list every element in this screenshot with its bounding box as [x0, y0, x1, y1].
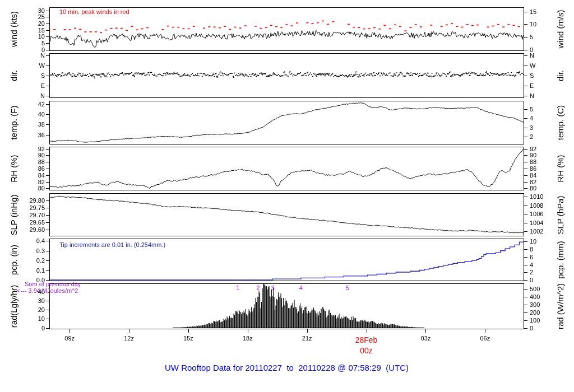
dir-ytick-left: N [22, 92, 45, 99]
peak-winds-note: 10 min. peak winds in red [59, 8, 129, 15]
pcp-ytick-right: 6 [530, 254, 533, 260]
dir-ytick-right: W [530, 62, 535, 69]
rh-ytick-right: 84 [530, 172, 536, 179]
panel-dir [49, 53, 524, 98]
wind-right-axis-label: wind (m/s) [556, 10, 565, 48]
slp-right-axis-label: SLP (hPa) [556, 195, 565, 234]
rh-ytick-right: 90 [530, 152, 536, 158]
slp-ytick-left: 29.80 [22, 197, 45, 204]
rad-ytick-right: 0 [530, 325, 533, 332]
x-tick-label: 09z [64, 335, 75, 342]
pcp-ytick-right: 8 [530, 246, 533, 253]
pcp-ytick-left: 0.2 [22, 257, 45, 264]
rad-ytick-left: 30 [22, 297, 45, 304]
temp-ytick-left: 42 [22, 101, 45, 108]
dir-ytick-left: S [22, 72, 45, 79]
temp-ytick-right: 4 [530, 115, 533, 122]
pcp-ytick-right: 0 [530, 277, 533, 283]
mj-marker: 2 [257, 284, 260, 291]
dir-ytick-right: S [530, 72, 534, 79]
dir-ytick-right: N [530, 92, 534, 99]
x-tick-label: 18z [243, 335, 253, 342]
slp-ytick-left: 29.75 [22, 204, 45, 211]
rh-ytick-right: 92 [530, 146, 536, 152]
panel-rh [49, 147, 524, 190]
rad-ytick-right: 100 [530, 317, 540, 324]
temp-ytick-right: 5 [530, 106, 533, 113]
mj-marker: 5 [346, 284, 349, 291]
wind-left-axis-label: wind (kts) [9, 11, 18, 47]
rh-ytick-left: 88 [22, 158, 45, 165]
pcp-ytick-right: 4 [530, 262, 533, 268]
pcp-ytick-left: 0.1 [22, 267, 45, 274]
rad-ytick-right: 300 [530, 301, 540, 308]
slp-ytick-right: 1002 [530, 228, 543, 235]
dir-right-axis-label: dir. [556, 70, 565, 81]
dir-ytick-right: E [530, 82, 534, 89]
tip-increments-note: Tip increments are 0.01 in. (0.254mm.) [59, 241, 165, 248]
rh-ytick-right: 88 [530, 158, 536, 165]
date-label-28feb: 28Feb 00z [355, 335, 378, 356]
rh-right-axis-label: RH (%) [556, 155, 565, 182]
pcp-ytick-right: 2 [530, 269, 533, 276]
x-tick-label: 15z [183, 335, 193, 342]
dir-ytick-left: E [22, 82, 45, 89]
temp-ytick-left: 36 [22, 132, 45, 138]
wind-ytick-left: 20 [22, 20, 45, 27]
rad-ytick-left: 20 [22, 306, 45, 313]
wind-ytick-left: 30 [22, 7, 45, 14]
x-tick-label: 06z [480, 335, 490, 342]
rh-ytick-right: 86 [530, 165, 536, 172]
rh-ytick-right: 80 [530, 185, 536, 192]
mj-marker: 3 [271, 284, 275, 291]
rad-ytick-right: 200 [530, 309, 540, 316]
rad-right-axis-label: rad (W/m^2) [556, 283, 565, 329]
x-tick-label: 12z [124, 335, 134, 342]
wind-ytick-right: 5 [530, 34, 533, 40]
mjoules-note: <--- 3.94 MJoules/m^2 [17, 287, 78, 294]
panel-temp [49, 101, 524, 144]
wind-ytick-left: 10 [22, 33, 45, 40]
x-tick-label: 21z [302, 335, 312, 342]
mj-marker: 4 [299, 284, 303, 291]
pcp-ytick-left: 0.4 [22, 237, 45, 244]
temp-ytick-right: 2 [530, 133, 533, 140]
panel-slp [49, 193, 524, 236]
rh-ytick-left: 80 [22, 185, 45, 192]
temp-ytick-left: 38 [22, 121, 45, 128]
wind-ytick-left: 25 [22, 13, 45, 20]
pcp-ytick-left: 0.3 [22, 248, 45, 254]
dir-ytick-left: W [22, 62, 45, 69]
rh-ytick-left: 90 [22, 152, 45, 158]
wind-ytick-right: 10 [530, 21, 536, 27]
slp-ytick-right: 1004 [530, 220, 543, 226]
x-tick-label: 03z [421, 335, 431, 342]
sum-previous-day-note: Sum of previous day [25, 281, 81, 287]
rh-ytick-left: 82 [22, 179, 45, 185]
temp-left-axis-label: temp. (F) [9, 106, 18, 140]
temp-ytick-left: 40 [22, 111, 45, 118]
pcp-right-axis-label: pcp. (mm) [556, 241, 565, 279]
rh-ytick-left: 86 [22, 165, 45, 172]
temp-ytick-right: 3 [530, 124, 533, 131]
rad-ytick-left: 0 [22, 325, 45, 332]
slp-ytick-right: 1010 [530, 193, 543, 200]
dir-left-axis-label: dir. [9, 70, 18, 81]
pcp-ytick-right: 10 [530, 238, 536, 245]
wind-ytick-right: 15 [530, 8, 536, 15]
panel-rad [49, 283, 524, 329]
slp-ytick-right: 1006 [530, 211, 543, 217]
meteogram-figure: UW Rooftop Data for 20110227 to 20110228… [0, 0, 574, 392]
rh-left-axis-label: RH (%) [9, 155, 18, 182]
rad-ytick-left: 10 [22, 315, 45, 322]
slp-ytick-left: 29.60 [22, 226, 45, 233]
slp-ytick-left: 29.70 [22, 212, 45, 218]
pcp-left-axis-label: pcp. (in) [9, 245, 18, 275]
dir-ytick-right: N [530, 52, 534, 59]
slp-ytick-right: 1008 [530, 202, 543, 209]
slp-left-axis-label: SLP (inHg) [9, 194, 18, 235]
temp-right-axis-label: temp. (C) [556, 105, 565, 141]
rad-ytick-right: 500 [530, 286, 540, 292]
wind-ytick-left: 15 [22, 27, 45, 34]
rh-ytick-left: 84 [22, 172, 45, 179]
